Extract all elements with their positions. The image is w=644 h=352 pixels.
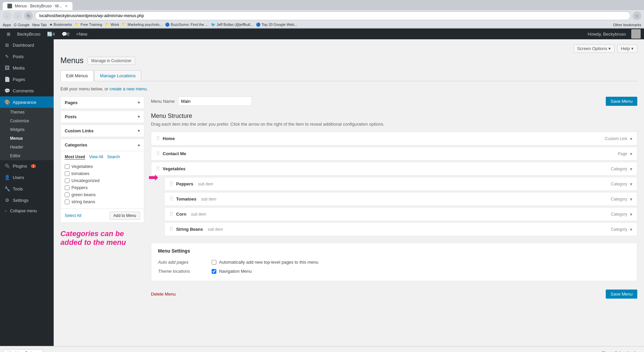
cat-tab-view-all[interactable]: View All xyxy=(89,155,103,160)
menu-item-contact-me[interactable]: ⠿ Contact Me Page ▾ xyxy=(151,147,637,161)
checkbox-vegetables[interactable] xyxy=(65,164,69,169)
save-menu-button-top[interactable]: Save Menu xyxy=(606,97,637,106)
sidebar-label-tools: Tools xyxy=(13,186,23,191)
submenu-header[interactable]: Header xyxy=(0,143,54,151)
menu-item-string-beans-chevron-icon[interactable]: ▾ xyxy=(630,227,632,232)
theme-locations-row: Theme locations Navigation Menu xyxy=(158,267,630,276)
sidebar-item-tools[interactable]: 🔧 Tools xyxy=(0,183,54,194)
sidebar-item-settings[interactable]: ⚙ Settings xyxy=(0,194,54,206)
sidebar-label-media: Media xyxy=(13,65,24,71)
wp-logo-icon[interactable]: ⊞ xyxy=(3,29,14,39)
bookmark-star-icon[interactable]: ☆ xyxy=(633,11,641,20)
accordion-posts-header[interactable]: Posts ▾ xyxy=(61,111,144,123)
menu-item-tomatoes[interactable]: ⠿ Tomatoes sub item Category ▾ xyxy=(164,192,637,206)
accordion-custom-links: Custom Links ▾ xyxy=(60,125,144,137)
menu-name-row: Menu Name Save Menu xyxy=(151,96,637,106)
menu-item-corn[interactable]: ⠿ Corn sub item Category ▾ xyxy=(164,207,637,221)
bookmark-freetraining[interactable]: 📁 Free Training xyxy=(75,23,102,27)
cat-tab-search[interactable]: Search xyxy=(107,155,120,160)
submenu-editor[interactable]: Editor xyxy=(0,151,54,160)
menu-item-string-beans-name: String Beans xyxy=(176,227,203,232)
bookmark-google[interactable]: G Google xyxy=(14,23,30,27)
submenu-themes[interactable]: Themes xyxy=(0,108,54,117)
save-menu-button-bottom[interactable]: Save Menu xyxy=(606,290,637,299)
bookmark-buzzsumo[interactable]: 🔵 BuzzSumo: Find the ... xyxy=(165,23,208,27)
menu-item-tomatoes-chevron-icon[interactable]: ▾ xyxy=(630,196,632,202)
bookmark-bookmarks[interactable]: ★ Bookmarks xyxy=(49,23,72,27)
reload-button[interactable]: ↻ xyxy=(24,11,33,20)
comments-link[interactable]: 💬 0 xyxy=(58,29,73,39)
menu-item-home[interactable]: ⠿ Home Custom Link ▾ xyxy=(151,132,637,145)
bookmark-marketing[interactable]: 📁 Marketing psycholo... xyxy=(122,23,162,27)
help-label: Help xyxy=(621,46,630,51)
submenu-customize[interactable]: Customize xyxy=(0,117,54,125)
bookmark-apps[interactable]: Apps xyxy=(3,23,11,27)
updates-link[interactable]: 🔄 4 xyxy=(44,29,58,39)
new-link[interactable]: + New xyxy=(73,29,91,39)
back-button[interactable]: ‹ xyxy=(3,11,11,20)
submenu-widgets[interactable]: Widgets xyxy=(0,125,54,134)
menu-item-vegetables[interactable]: ⠿ Vegetables Category ▾ xyxy=(151,162,637,176)
sidebar-item-appearance[interactable]: 🎨 Appearance xyxy=(0,96,54,108)
menu-name-input[interactable] xyxy=(178,96,252,106)
browser-tab[interactable]: Menus · BeckyBruso · W... ✕ xyxy=(3,2,72,10)
checkbox-green-beans[interactable] xyxy=(65,192,69,197)
users-icon: 👤 xyxy=(4,174,10,180)
help-button[interactable]: Help ▾ xyxy=(617,44,637,53)
collapse-menu-button[interactable]: ← Collapse menu xyxy=(0,206,54,216)
checkbox-uncategorized[interactable] xyxy=(65,178,69,183)
accordion-custom-links-header[interactable]: Custom Links ▾ xyxy=(61,125,144,137)
sidebar-item-plugins[interactable]: 🔌 Plugins 1 xyxy=(0,160,54,172)
menu-item-contact-name: Contact Me xyxy=(163,151,186,156)
menu-item-vegetables-type: Category xyxy=(611,167,627,171)
accordion-categories-header[interactable]: Categories ▴ xyxy=(61,139,144,151)
show-all-downloads-link[interactable]: Show all downloads... xyxy=(602,351,641,352)
sidebar-item-comments[interactable]: 💬 Comments xyxy=(0,85,54,96)
navigation-menu-checkbox[interactable] xyxy=(212,269,216,274)
tab-close-icon[interactable]: ✕ xyxy=(65,4,68,8)
bookmark-newtab[interactable]: New Tab xyxy=(32,23,47,27)
address-bar[interactable] xyxy=(35,11,631,20)
menu-item-peppers[interactable]: ⠿ Peppers sub item Category ▾ xyxy=(164,177,637,191)
bookmark-other[interactable]: Other bookmarks xyxy=(613,23,641,27)
sidebar-item-posts[interactable]: ✎ Posts xyxy=(0,51,54,62)
bookmark-top20[interactable]: 🔵 Top 20 Google Web... xyxy=(256,23,297,27)
delete-menu-link[interactable]: Delete Menu xyxy=(151,292,176,297)
category-tomatoes: tomatoes xyxy=(65,170,140,177)
accordion-custom-links-label: Custom Links xyxy=(65,128,94,133)
menu-item-corn-chevron-icon[interactable]: ▾ xyxy=(630,212,632,217)
bookmark-work[interactable]: 📁 Work xyxy=(105,23,119,27)
sidebar-item-media[interactable]: 🖼 Media xyxy=(0,62,54,74)
menu-item-vegetables-chevron-icon[interactable]: ▾ xyxy=(630,166,632,172)
menu-item-contact-chevron-icon[interactable]: ▾ xyxy=(630,151,632,157)
accordion-pages-header[interactable]: Pages ▾ xyxy=(61,97,144,108)
select-all-link[interactable]: Select All xyxy=(65,213,81,218)
tab-edit-menus[interactable]: Edit Menus xyxy=(60,70,94,81)
download-file-item[interactable]: 📄 picture2a.jpg ▾ xyxy=(3,349,43,352)
checkbox-peppers[interactable] xyxy=(65,185,69,190)
forward-button[interactable]: › xyxy=(13,11,22,20)
howdy-link[interactable]: Howdy, Beckybruso xyxy=(584,29,629,39)
add-to-menu-button[interactable]: Add to Menu xyxy=(110,212,140,220)
checkbox-string-beans[interactable] xyxy=(65,200,69,204)
submenu-menus[interactable]: Menus xyxy=(0,134,54,143)
create-new-menu-link[interactable]: create a new menu xyxy=(110,86,147,91)
checkbox-tomatoes[interactable] xyxy=(65,171,69,176)
manage-in-customizer-button[interactable]: Manage in Customizer xyxy=(88,57,135,65)
menu-item-home-chevron-icon[interactable]: ▾ xyxy=(630,136,632,141)
menu-item-peppers-chevron-icon[interactable]: ▾ xyxy=(630,181,632,187)
sidebar-item-users[interactable]: 👤 Users xyxy=(0,172,54,183)
tab-manage-locations[interactable]: Manage Locations xyxy=(94,70,141,81)
menu-item-string-beans[interactable]: ⠿ String Beans sub item Category ▾ xyxy=(164,222,637,236)
sidebar-item-pages[interactable]: 📄 Pages xyxy=(0,74,54,85)
sidebar-item-dashboard[interactable]: ⊞ Dashboard xyxy=(0,39,54,51)
cat-tab-most-used[interactable]: Most Used xyxy=(65,155,85,160)
annotation-text: Categories can be added to the menu xyxy=(60,229,144,247)
category-vegetables-label: Vegetables xyxy=(71,164,93,169)
site-name-link[interactable]: BeckyBruso xyxy=(14,29,44,39)
screen-options-button[interactable]: Screen Options ▾ xyxy=(574,44,615,53)
accordion-pages: Pages ▾ xyxy=(60,96,144,109)
dashboard-icon: ⊞ xyxy=(4,42,10,48)
auto-add-pages-checkbox[interactable] xyxy=(212,260,216,265)
bookmark-jeffbullas[interactable]: 🐦 Jeff Bullas (@jeffbull... xyxy=(211,23,253,27)
